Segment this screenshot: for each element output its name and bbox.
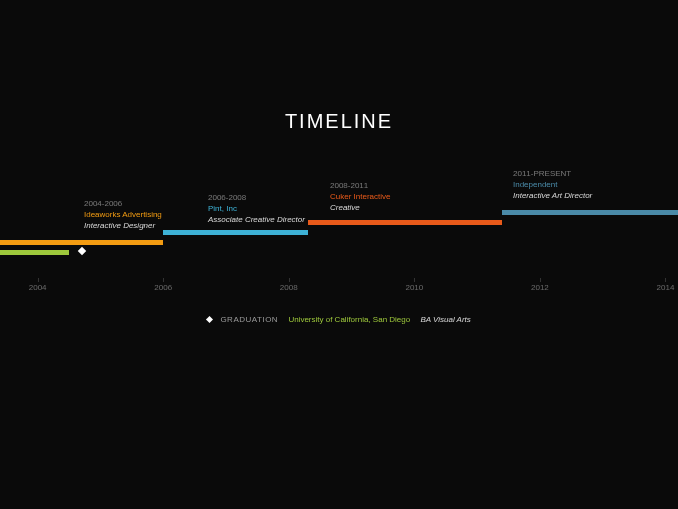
education-school: University of California, San Diego — [288, 315, 410, 324]
timeline-bar — [163, 230, 307, 235]
axis-tick-label: 2010 — [405, 283, 423, 292]
education-label: GRADUATION — [220, 315, 278, 324]
axis-tickmark — [665, 278, 666, 282]
timeline-entry: 2004-2006Ideaworks AdvertisingInteractiv… — [84, 198, 162, 232]
diamond-icon — [206, 316, 213, 323]
axis-tickmark — [540, 278, 541, 282]
entry-role: Interactive Designer — [84, 220, 162, 231]
education-degree: BA Visual Arts — [420, 315, 470, 324]
entry-company: Independent — [513, 179, 592, 190]
entry-company: Cuker Interactive — [330, 191, 390, 202]
timeline-entry: 2011-PRESENTIndependentInteractive Art D… — [513, 168, 592, 202]
axis-tick-label: 2006 — [154, 283, 172, 292]
entry-years: 2011-PRESENT — [513, 168, 592, 179]
timeline-entry: 2006-2008Pint, IncAssociate Creative Dir… — [208, 192, 305, 226]
education-line: GRADUATION University of California, San… — [0, 315, 678, 324]
x-axis: 200420062008201020122014 — [0, 280, 678, 292]
entry-years: 2006-2008 — [208, 192, 305, 203]
entry-years: 2008-2011 — [330, 180, 390, 191]
timeline-bar — [0, 240, 163, 245]
entry-role: Associate Creative Director — [208, 214, 305, 225]
page-title: TIMELINE — [0, 110, 678, 133]
entry-role: Creative — [330, 202, 390, 213]
axis-tickmark — [163, 278, 164, 282]
axis-tick-label: 2004 — [29, 283, 47, 292]
entry-role: Interactive Art Director — [513, 190, 592, 201]
graduation-marker-icon — [77, 247, 85, 255]
timeline-bar — [308, 220, 503, 225]
timeline-bar — [502, 210, 678, 215]
axis-tick-label: 2014 — [657, 283, 675, 292]
axis-tickmark — [38, 278, 39, 282]
entry-company: Ideaworks Advertising — [84, 209, 162, 220]
axis-tickmark — [414, 278, 415, 282]
timeline-entry: 2008-2011Cuker InteractiveCreative — [330, 180, 390, 214]
entry-years: 2004-2006 — [84, 198, 162, 209]
timeline-chart: 2004-2006Ideaworks AdvertisingInteractiv… — [0, 160, 678, 290]
axis-tickmark — [289, 278, 290, 282]
timeline-bar-extra — [0, 250, 69, 255]
axis-tick-label: 2008 — [280, 283, 298, 292]
entry-company: Pint, Inc — [208, 203, 305, 214]
axis-tick-label: 2012 — [531, 283, 549, 292]
